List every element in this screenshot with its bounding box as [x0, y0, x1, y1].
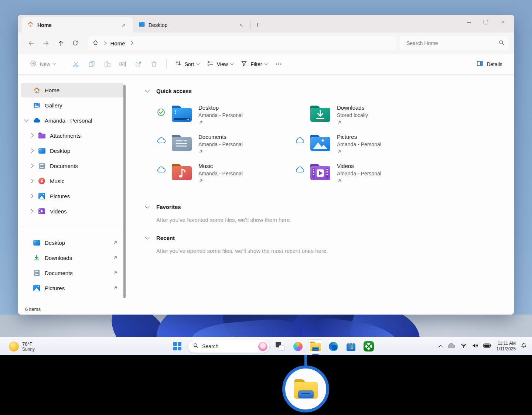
- xbox-button[interactable]: [361, 339, 376, 353]
- maximize-button[interactable]: [477, 15, 494, 30]
- breadcrumb[interactable]: Home: [88, 36, 396, 50]
- weather-widget[interactable]: 78°F Sunny: [6, 339, 38, 354]
- pinned-item-desktop[interactable]: Desktop: [21, 235, 124, 250]
- pin-icon: [337, 149, 381, 155]
- sidebar-separator: [21, 226, 122, 226]
- cut-button[interactable]: [70, 58, 83, 71]
- search-input[interactable]: [406, 40, 498, 47]
- favorites-header[interactable]: Favorites: [144, 204, 514, 210]
- view-button[interactable]: View: [203, 57, 237, 71]
- copy-button[interactable]: [86, 58, 98, 71]
- wallpaper-bloom: [0, 315, 532, 337]
- recent-header[interactable]: Recent: [144, 235, 514, 241]
- file-explorer-button[interactable]: [308, 339, 323, 353]
- chevron-down-icon[interactable]: [145, 88, 150, 93]
- sidebar-item-label: Videos: [50, 208, 67, 215]
- chevron-down-icon[interactable]: [24, 117, 29, 122]
- details-pane-icon: [476, 60, 484, 69]
- search-icon: [193, 343, 199, 350]
- desktop-folder-icon: [172, 106, 192, 122]
- pinned-item-downloads[interactable]: Downloads: [21, 250, 124, 265]
- pin-icon: [113, 255, 118, 260]
- tab-desktop[interactable]: Desktop: [133, 17, 250, 32]
- clock-date: 1/11/2025: [497, 346, 516, 352]
- more-options-button[interactable]: [273, 58, 285, 71]
- chevron-down-icon[interactable]: [145, 235, 150, 240]
- new-button[interactable]: New: [26, 57, 59, 72]
- sidebar-item-videos[interactable]: Videos: [21, 204, 124, 219]
- desktop-icon: [37, 148, 47, 154]
- filter-button[interactable]: Filter: [237, 57, 271, 71]
- command-bar: New: [18, 54, 514, 75]
- sidebar-item-music[interactable]: Music: [21, 174, 124, 188]
- sidebar-item-onedrive[interactable]: Amanda - Personal: [21, 113, 124, 128]
- sidebar-item-documents[interactable]: Documents: [21, 158, 124, 173]
- callout-area: [0, 355, 532, 415]
- sidebar-item-gallery[interactable]: Gallery: [21, 98, 124, 113]
- new-tab-button[interactable]: [251, 19, 263, 30]
- back-button[interactable]: [24, 37, 38, 50]
- pictures-folder-icon: [310, 135, 330, 151]
- sun-icon: [9, 342, 19, 351]
- delete-button[interactable]: [148, 58, 160, 71]
- chevron-right-icon[interactable]: [30, 149, 34, 153]
- pinned-item-pictures[interactable]: Pictures: [21, 281, 124, 295]
- share-button[interactable]: [132, 58, 145, 71]
- battery-icon[interactable]: [483, 343, 492, 350]
- view-label: View: [217, 61, 228, 67]
- sidebar-item-desktop[interactable]: Desktop: [21, 143, 124, 158]
- minimize-button[interactable]: [460, 15, 477, 30]
- file-explorer-icon: [310, 342, 321, 351]
- start-button[interactable]: [170, 339, 185, 353]
- quick-access-tile-documents[interactable]: Documents Amanda - Personal: [156, 133, 295, 162]
- close-window-button[interactable]: [494, 15, 511, 30]
- notifications-bell-icon[interactable]: [521, 343, 527, 350]
- quick-access-tile-pictures[interactable]: Pictures Amanda - Personal: [295, 133, 433, 162]
- chevron-down-icon[interactable]: [145, 204, 150, 209]
- quick-access-tile-desktop[interactable]: Desktop Amanda - Personal: [156, 104, 295, 133]
- tab-home[interactable]: Home: [21, 17, 133, 32]
- forward-button[interactable]: [38, 37, 53, 50]
- copilot-button[interactable]: [290, 339, 305, 353]
- sidebar-item-pictures[interactable]: Pictures: [21, 189, 124, 203]
- tray-chevron-up-icon[interactable]: [439, 345, 443, 349]
- volume-icon[interactable]: [472, 342, 478, 350]
- documents-icon: [32, 270, 41, 276]
- breadcrumb-location[interactable]: Home: [110, 40, 125, 47]
- details-button[interactable]: Details: [473, 57, 506, 72]
- close-tab-icon[interactable]: [236, 20, 246, 30]
- wifi-icon[interactable]: [460, 342, 467, 350]
- section-title: Quick access: [156, 88, 192, 94]
- quick-access-header[interactable]: Quick access: [144, 88, 514, 94]
- sidebar-scrollbar[interactable]: [123, 85, 126, 298]
- sidebar-item-attachments[interactable]: Attachments: [21, 128, 124, 143]
- chevron-right-icon[interactable]: [30, 134, 34, 138]
- task-view-button[interactable]: [273, 339, 287, 353]
- quick-access-tile-music[interactable]: Music Amanda - Personal: [156, 162, 295, 191]
- sort-button[interactable]: Sort: [171, 57, 203, 71]
- refresh-button[interactable]: [68, 37, 83, 50]
- paste-button[interactable]: [101, 58, 114, 71]
- up-button[interactable]: [53, 37, 68, 50]
- taskbar-search[interactable]: Search: [188, 340, 270, 353]
- status-divider: [46, 306, 46, 312]
- quick-access-tile-downloads[interactable]: Downloads Stored locally: [295, 104, 433, 133]
- explorer-search[interactable]: [400, 36, 509, 50]
- music-folder-icon: [172, 164, 192, 180]
- taskbar-clock[interactable]: 11:11 AM 1/11/2025: [497, 341, 516, 352]
- rename-button[interactable]: [117, 58, 129, 71]
- edge-button[interactable]: [326, 339, 341, 353]
- chevron-right-icon[interactable]: [30, 164, 34, 168]
- desktop-icon: [32, 240, 41, 246]
- edge-icon: [329, 342, 338, 351]
- onedrive-tray-icon[interactable]: [447, 343, 456, 350]
- chevron-right-icon[interactable]: [30, 209, 34, 213]
- chevron-right-icon[interactable]: [30, 194, 34, 198]
- pinned-item-documents[interactable]: Documents: [21, 265, 124, 280]
- chevron-down-icon: [265, 62, 268, 65]
- microsoft-store-button[interactable]: [344, 339, 358, 353]
- quick-access-tile-videos[interactable]: Videos Amanda - Personal: [295, 162, 433, 191]
- sidebar-item-home[interactable]: Home: [21, 83, 124, 97]
- close-tab-icon[interactable]: [119, 20, 129, 30]
- chevron-right-icon[interactable]: [30, 179, 34, 183]
